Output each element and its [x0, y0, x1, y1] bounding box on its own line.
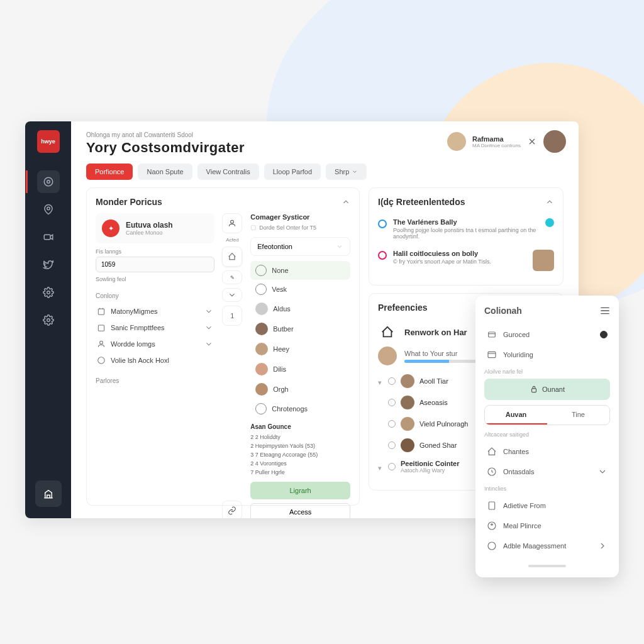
- feed-title: I(dç Rreteenlentedos: [378, 197, 465, 207]
- footer-label: Parlores: [96, 377, 214, 384]
- btn-ligrarh[interactable]: Ligrarh: [250, 482, 350, 499]
- profile-name: Eutuva olash: [126, 221, 173, 230]
- monder-card: Monder Poricus ✦ Eutuva olash Canlee Mon…: [86, 187, 360, 506]
- opt-none[interactable]: None: [250, 261, 350, 280]
- opt-butber[interactable]: Butber: [250, 319, 350, 339]
- nav-video[interactable]: [37, 226, 60, 248]
- triangle-icon: ▾: [378, 464, 383, 469]
- profile-row[interactable]: ✦ Eutuva olash Canlee Monoo: [96, 213, 214, 243]
- opt-dilis[interactable]: Dilis: [250, 359, 350, 379]
- thumbnail: [533, 250, 554, 271]
- line-item: 2 4 Vorontiges: [250, 459, 350, 468]
- feed-item-title: The Varléners Bally: [393, 218, 539, 226]
- pill-button[interactable]: Ounant: [484, 379, 610, 400]
- svg-rect-16: [489, 502, 494, 509]
- circle-icon: [255, 403, 267, 414]
- opt-heey[interactable]: Heey: [250, 339, 350, 359]
- line-item: 7 Puller Hgrle: [250, 468, 350, 477]
- avatar-large[interactable]: [543, 130, 566, 153]
- field-label: Fis lanngs: [96, 248, 214, 255]
- nav-institution[interactable]: [35, 480, 62, 507]
- tab-shrp[interactable]: Shrp: [326, 164, 367, 180]
- svg-point-2: [47, 207, 50, 210]
- opt-chro[interactable]: Chrotenogs: [250, 399, 350, 418]
- feed-item[interactable]: Halil coitlocuiess on bolly © fry Yoxir'…: [378, 245, 554, 276]
- home-icon: [378, 323, 397, 341]
- tab-lloop[interactable]: Lloop Parfod: [264, 164, 321, 180]
- panel-row-adietive[interactable]: Adietive From: [484, 496, 610, 516]
- triangle-icon: ▾: [378, 379, 383, 384]
- svg-point-0: [47, 180, 50, 184]
- panel-row-yoluriding[interactable]: Yoluriding: [484, 345, 610, 365]
- circle-icon: [388, 399, 396, 406]
- btn-access[interactable]: Access: [250, 503, 350, 518]
- chevron-up-icon[interactable]: [341, 197, 350, 206]
- seg-auvan[interactable]: Auvan: [485, 406, 547, 425]
- dropdown[interactable]: Efeotontion: [250, 237, 350, 256]
- line-item: 2 Hepimpysten Yaols (53): [250, 441, 350, 450]
- seg-tine[interactable]: Tine: [547, 406, 609, 425]
- icon-btn-home[interactable]: [222, 247, 242, 267]
- panel-row-adble[interactable]: Adble Maagessment: [484, 536, 610, 556]
- logo: hwye: [37, 130, 60, 153]
- feed-item[interactable]: The Varléners Bally Poolhng pojge loole …: [378, 213, 554, 245]
- icon-btn-num[interactable]: 1: [222, 306, 242, 326]
- circle-icon: [255, 284, 267, 295]
- icon-btn-link[interactable]: [222, 501, 242, 518]
- nav-twitter[interactable]: [37, 253, 60, 276]
- opt-aldus[interactable]: Aldus: [250, 299, 350, 319]
- avatar-icon: [255, 323, 268, 335]
- avatar-icon: [255, 363, 268, 375]
- icon-btn-down[interactable]: [222, 288, 242, 302]
- profile-badge-icon: ✦: [102, 219, 119, 237]
- tab-naon[interactable]: Naon Spute: [138, 164, 192, 180]
- list-item[interactable]: Wordde lomgs: [96, 336, 214, 352]
- card-title: Monder Poricus: [96, 197, 162, 207]
- avatar-small[interactable]: [447, 132, 466, 151]
- nav-home[interactable]: [37, 170, 60, 193]
- avatar: [401, 438, 414, 452]
- opt-vesk[interactable]: Vesk: [250, 280, 350, 299]
- svg-rect-13: [488, 352, 496, 357]
- close-icon[interactable]: [527, 136, 537, 147]
- mid-panel: Comager Systicor Dorde Sel Onter for T5 …: [250, 213, 350, 518]
- chevron-up-icon[interactable]: [545, 197, 554, 206]
- opt-orgh[interactable]: Orgh: [250, 379, 350, 399]
- tab-view[interactable]: View Contralis: [197, 164, 259, 180]
- drag-handle[interactable]: [528, 565, 566, 567]
- panel-label: Aloilve narle fel: [484, 369, 610, 375]
- nav-pin[interactable]: [37, 198, 60, 221]
- circle-icon: [388, 441, 396, 449]
- panel-row-chantes[interactable]: Chantes: [484, 441, 610, 462]
- radio-icon: [600, 331, 608, 338]
- nav-settings-2[interactable]: [37, 309, 60, 331]
- mid-sublink[interactable]: Dorde Sel Onter for T5: [250, 225, 350, 231]
- list-item[interactable]: Volie lsh Aock Hoxl: [96, 352, 214, 369]
- avatar: [401, 374, 414, 388]
- panel-row-guroced[interactable]: Guroced: [484, 325, 610, 345]
- status-badge: [545, 218, 554, 227]
- avatar-icon: [255, 383, 268, 396]
- tabs: Porfionce Naon Spute View Contralis Lloo…: [71, 156, 579, 187]
- list-item[interactable]: MatonyMigmes: [96, 303, 214, 319]
- icon-btn-edit[interactable]: ✎: [222, 270, 242, 284]
- svg-point-5: [47, 319, 50, 322]
- svg-point-8: [100, 341, 103, 344]
- tab-porfionce[interactable]: Porfionce: [86, 164, 133, 180]
- list-item[interactable]: Sanic Fnmpttfees: [96, 319, 214, 336]
- svg-point-4: [47, 291, 50, 294]
- icon-btn-user[interactable]: [222, 213, 242, 233]
- panel-row-meal[interactable]: Meal Plinrce: [484, 516, 610, 536]
- header: Ohlonga my anot all Cowanteriti Sdool Yo…: [71, 121, 579, 156]
- feed-item-desc: Poolhng pojge loole ponstirs tna t esmoa…: [393, 227, 539, 240]
- feed-card: I(dç Rreteenlentedos The Varléners Bally…: [369, 187, 564, 286]
- svg-point-9: [98, 357, 105, 364]
- profile-sub: Canlee Monoo: [126, 230, 173, 236]
- sidebar: hwye: [25, 121, 71, 518]
- field-input-1[interactable]: [96, 257, 214, 272]
- nav-settings-1[interactable]: [37, 281, 60, 304]
- group-header: Asan Gounce: [250, 423, 350, 430]
- svg-point-10: [231, 220, 234, 223]
- panel-row-ontasdals[interactable]: Ontasdals: [484, 462, 610, 482]
- menu-icon[interactable]: [600, 307, 610, 314]
